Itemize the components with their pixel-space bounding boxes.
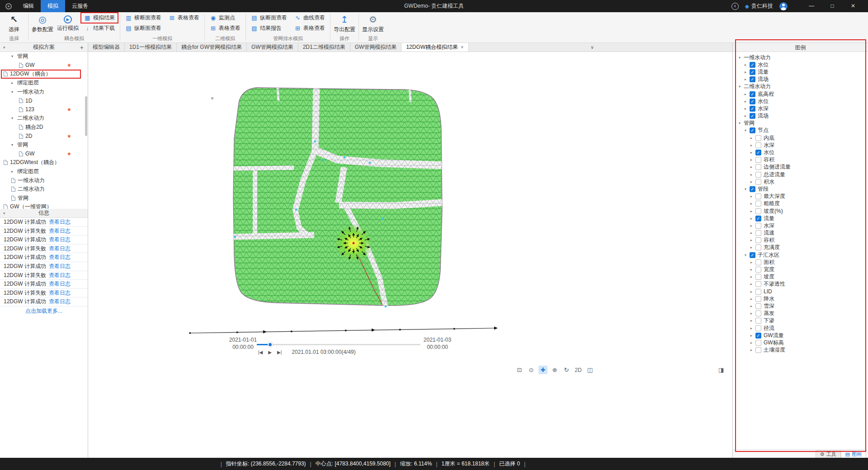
checkbox[interactable] xyxy=(755,164,761,170)
checkbox[interactable] xyxy=(755,142,761,148)
legend-item[interactable]: ▾✓子汇水区 xyxy=(733,251,868,258)
view-log-link[interactable]: 查看日志 xyxy=(49,219,71,225)
checkbox[interactable] xyxy=(755,244,761,250)
checkbox[interactable] xyxy=(755,208,761,214)
caret-down-icon[interactable]: ▾ xyxy=(738,121,741,125)
legend-item[interactable]: ▸径流 xyxy=(733,324,868,332)
zoom-window-button[interactable]: ⊙ xyxy=(527,366,536,374)
prev-frame-button[interactable]: |◀ xyxy=(258,350,263,355)
checkbox[interactable] xyxy=(755,223,761,229)
legend-item[interactable]: ▸宽度 xyxy=(733,266,868,273)
legend-item[interactable]: ▸雪深 xyxy=(733,302,868,310)
tree-item[interactable]: ▾二维水动力 xyxy=(0,114,88,123)
checkbox[interactable]: ✓ xyxy=(750,99,755,104)
legend-item[interactable]: ▾二维水动力 xyxy=(733,83,868,90)
legend-item[interactable]: ▸水深 xyxy=(733,222,868,229)
checkbox[interactable]: ✓ xyxy=(755,333,761,338)
tree-item[interactable]: 12DGWtest（耦合） xyxy=(0,158,88,167)
caret-right-icon[interactable]: ▸ xyxy=(750,245,753,249)
view-log-link[interactable]: 查看日志 xyxy=(49,298,71,305)
tree-item[interactable]: ▸绑定图层 xyxy=(0,79,88,88)
caret-right-icon[interactable]: ▸ xyxy=(750,334,753,338)
ribbon-button[interactable]: ↖选择 xyxy=(1,13,27,35)
tree-item[interactable]: GW★ xyxy=(0,150,88,159)
caret-right-icon[interactable]: ▸ xyxy=(744,77,747,81)
checkbox[interactable] xyxy=(755,237,761,243)
ribbon-button[interactable]: ◉监测点 xyxy=(207,13,243,23)
minimize-button[interactable]: — xyxy=(801,0,822,12)
checkbox[interactable] xyxy=(755,267,761,273)
checkbox[interactable]: ✓ xyxy=(755,216,761,221)
caret-right-icon[interactable]: ▸ xyxy=(750,326,753,330)
checkbox[interactable] xyxy=(755,325,761,331)
next-frame-button[interactable]: ▶| xyxy=(277,350,282,355)
view-log-link[interactable]: 查看日志 xyxy=(49,263,71,269)
caret-down-icon[interactable]: ▾ xyxy=(744,253,747,257)
caret-right-icon[interactable]: ▸ xyxy=(750,136,753,140)
caret-right-icon[interactable]: ▸ xyxy=(750,216,753,221)
tree-item[interactable]: ▾管网 xyxy=(0,52,88,61)
add-scheme-button[interactable] xyxy=(80,43,84,52)
collapse-caret-icon[interactable] xyxy=(3,211,5,216)
caret-right-icon[interactable]: ▸ xyxy=(744,63,747,67)
ribbon-button[interactable]: ⊞表格查看 xyxy=(166,13,202,23)
checkbox[interactable] xyxy=(755,201,761,207)
split-view-button[interactable]: ◫ xyxy=(585,366,594,374)
legend-item[interactable]: ▸积水 xyxy=(733,178,868,185)
view-log-link[interactable]: 查看日志 xyxy=(49,236,71,243)
checkbox[interactable]: ✓ xyxy=(750,127,755,133)
legend-item[interactable]: ▸最大深度 xyxy=(733,193,868,200)
tree-item[interactable]: 123★ xyxy=(0,105,88,114)
collapse-caret-icon[interactable] xyxy=(3,45,5,50)
caret-right-icon[interactable]: ▸ xyxy=(750,202,753,206)
caret-right-icon[interactable]: ▸ xyxy=(750,282,753,286)
legend-item[interactable]: ▸不渗透性 xyxy=(733,281,868,288)
caret-right-icon[interactable]: ▸ xyxy=(750,268,753,272)
checkbox[interactable] xyxy=(755,179,761,185)
caret-right-icon[interactable]: ▸ xyxy=(750,260,753,264)
view-log-link[interactable]: 查看日志 xyxy=(49,245,71,252)
checkbox[interactable] xyxy=(755,230,761,236)
caret-right-icon[interactable]: ▸ xyxy=(750,165,753,169)
ribbon-button[interactable]: ▶运行模拟 xyxy=(55,13,80,35)
legend-item[interactable]: ▸水深 xyxy=(733,141,868,149)
tab-item[interactable]: 模型编辑器 xyxy=(88,43,125,52)
caret-right-icon[interactable]: ▸ xyxy=(744,70,747,74)
view-log-link[interactable]: 查看日志 xyxy=(49,254,71,260)
caret-down-icon[interactable]: ▾ xyxy=(744,187,747,191)
close-icon[interactable]: × xyxy=(461,43,463,52)
legend-item[interactable]: ▸容积 xyxy=(733,156,868,164)
legend-item[interactable]: ▸GW标高 xyxy=(733,339,868,346)
checkbox[interactable]: ✓ xyxy=(750,76,755,82)
legend-item[interactable]: ▸✓水位 xyxy=(733,61,868,68)
checkbox[interactable]: ✓ xyxy=(750,62,755,68)
legend-item[interactable]: ▸土壤湿度 xyxy=(733,347,868,354)
pan-button[interactable]: ✚ xyxy=(538,366,547,374)
panel-toggle-icon[interactable]: ◨ xyxy=(718,367,724,373)
checkbox[interactable]: ✓ xyxy=(750,91,755,97)
caret-right-icon[interactable]: ▸ xyxy=(750,209,753,213)
legend-item[interactable]: ▸总进流量 xyxy=(733,171,868,178)
checkbox[interactable] xyxy=(755,172,761,178)
tab-item[interactable]: 12DGW耦合模拟结果× xyxy=(401,43,468,52)
menu-item[interactable]: 云服务 xyxy=(65,0,95,12)
caret-down-icon[interactable]: ▾ xyxy=(11,116,15,120)
legend-item[interactable]: ▸面积 xyxy=(733,258,868,266)
caret-right-icon[interactable]: ▸ xyxy=(744,107,747,111)
tab-item[interactable]: GW管网模拟结果 xyxy=(350,43,402,52)
ribbon-button[interactable]: ↥导出配置 xyxy=(332,13,357,35)
legend-item[interactable]: ▸坡度 xyxy=(733,273,868,281)
checkbox[interactable] xyxy=(755,303,761,309)
caret-right-icon[interactable]: ▸ xyxy=(750,194,753,198)
tree-item[interactable]: 1D xyxy=(0,96,88,105)
view-log-link[interactable]: 查看日志 xyxy=(49,228,71,234)
caret-right-icon[interactable]: ▸ xyxy=(750,341,753,345)
caret-right-icon[interactable]: ▸ xyxy=(11,169,15,174)
legend-item[interactable]: ▸LID xyxy=(733,288,868,295)
ribbon-button[interactable]: ◎参数配置 xyxy=(30,13,55,35)
caret-right-icon[interactable]: ▸ xyxy=(750,231,753,235)
timeline-slider[interactable] xyxy=(257,342,420,348)
tree-item[interactable]: ▸绑定图层 xyxy=(0,167,88,176)
caret-right-icon[interactable]: ▸ xyxy=(750,311,753,315)
legend-item[interactable]: ▸容积 xyxy=(733,237,868,244)
